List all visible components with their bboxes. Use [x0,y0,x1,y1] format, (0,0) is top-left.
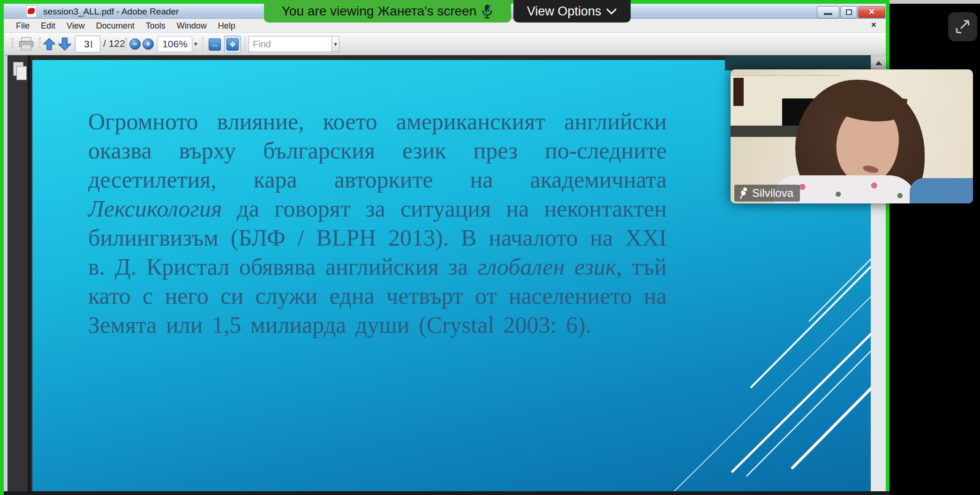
zoom-level-value[interactable]: 106% [158,36,192,52]
share-border-left [0,0,4,495]
expand-arrows-icon [954,18,971,35]
toolbar-separator [245,37,245,52]
minimize-icon [824,13,832,15]
viewing-banner-text: You are viewing Жанета's screen [282,4,477,19]
window-title: session3_ALL.pdf - Adobe Reader [43,7,179,17]
menu-item-file[interactable]: File [10,21,35,31]
page-number-input[interactable] [75,36,100,52]
view-options-button[interactable]: View Options [513,0,631,22]
zoom-out-button[interactable]: − [129,38,141,50]
bottom-strip [0,491,890,495]
find-dropdown-icon[interactable]: ▾ [332,36,339,52]
pages-panel-icon[interactable] [13,62,27,82]
microphone-muted-icon [481,4,493,19]
slide-paragraph: Огромното влияние, което американският а… [88,107,667,339]
print-button[interactable] [17,36,36,52]
slide-text-segment: Огромното влияние, което американският а… [88,108,667,193]
participant-video-thumbnail[interactable]: Silvilova [731,69,973,203]
expand-fullscreen-button[interactable] [948,12,977,41]
scroll-up-button[interactable] [871,56,885,69]
toolbar-grip [11,38,14,51]
fit-width-button[interactable]: ↔ [206,36,223,53]
printer-icon [18,37,34,51]
fit-width-icon: ↔ [209,38,221,51]
minimize-button[interactable] [817,6,839,18]
toolbar-separator [203,37,203,52]
previous-page-button[interactable] [42,37,56,52]
menubar-close-icon[interactable]: × [871,20,876,30]
participant-name-tag: Silvilova [734,185,800,202]
menu-item-help[interactable]: Help [212,21,241,31]
scroll-up-icon [875,61,882,65]
close-button[interactable]: ✕ [858,6,885,18]
screen: session3_ALL.pdf - Adobe Reader ✕ FileEd… [0,0,980,495]
navigation-sidebar [8,55,30,491]
pin-icon [739,187,748,199]
down-arrow-icon [58,37,72,51]
find-input[interactable] [249,36,332,52]
background-picture-frame [733,78,744,106]
right-zone-top-strip [890,0,980,4]
slide-text-italic-segment: глобален език [478,254,617,280]
close-icon: ✕ [859,7,885,17]
menu-item-window[interactable]: Window [171,21,212,31]
page-total-label: / 122 [103,38,125,49]
menu-item-document[interactable]: Document [90,21,140,31]
menu-item-view[interactable]: View [61,21,90,31]
menu-items: FileEditViewDocumentToolsWindowHelp [10,19,241,33]
zoom-in-button[interactable]: + [143,38,154,50]
participant-jacket [910,178,973,203]
toolbar: I / 122 − + 106% ▾ ↔ ✥ ▾ [4,33,886,55]
toolbar-grip [125,38,127,51]
up-arrow-icon [43,38,56,51]
menu-item-tools[interactable]: Tools [140,21,171,31]
restore-icon [846,9,852,15]
next-page-button[interactable] [57,37,72,52]
zoom-dropdown-icon[interactable]: ▾ [194,40,197,47]
participant-name: Silvilova [752,187,793,200]
chevron-down-icon [606,8,617,15]
toolbar-grip [38,38,41,51]
restore-button[interactable] [840,6,857,18]
fullscreen-button[interactable]: ✥ [224,36,241,53]
pdf-file-icon [25,5,38,17]
view-options-label: View Options [527,4,602,19]
fullscreen-icon: ✥ [226,38,239,51]
viewing-banner: You are viewing Жанета's screen [264,0,511,22]
slide-text-italic-segment: Лексикология [88,195,222,222]
window-edge-strip [4,55,8,491]
page-background-gap [725,55,874,70]
text-cursor: I [90,38,93,51]
menu-item-edit[interactable]: Edit [35,21,61,31]
